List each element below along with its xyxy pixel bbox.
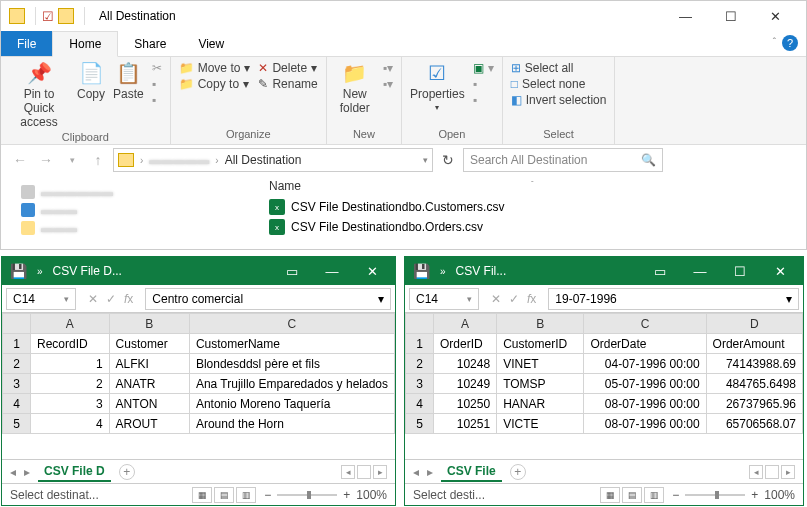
formula-input[interactable]: Centro comercial▾ [145,288,391,310]
zoom-out-button[interactable]: − [672,488,679,502]
group-label: Clipboard [9,131,162,143]
zoom-in-button[interactable]: + [343,488,350,502]
file-row[interactable]: xCSV File Destinationdbo.Orders.csv [269,217,798,237]
page-layout-button[interactable]: ▤ [622,487,642,503]
rename-button[interactable]: ✎Rename [258,77,317,91]
add-sheet-button[interactable]: + [510,464,526,480]
scroll-right-icon[interactable]: ▸ [373,465,387,479]
history-icon[interactable]: ▪ [473,93,494,107]
scroll-right-icon[interactable]: ▸ [781,465,795,479]
back-button[interactable]: ← [9,149,31,171]
zoom-out-button[interactable]: − [264,488,271,502]
spreadsheet-grid[interactable]: ABC 1RecordIDCustomerCustomerName 21ALFK… [2,313,395,459]
easy-access-icon[interactable]: ▪▾ [383,77,393,91]
edit-icon[interactable]: ▪ [473,77,494,91]
sort-icon[interactable]: ˆ [531,179,534,193]
refresh-button[interactable]: ↻ [437,149,459,171]
page-layout-button[interactable]: ▤ [214,487,234,503]
ribbon-options-icon[interactable]: ▭ [645,264,675,279]
save-icon[interactable]: 💾 [10,263,27,279]
scroll-left-icon[interactable]: ◂ [341,465,355,479]
prev-sheet-icon[interactable]: ◂ [413,465,419,479]
fx-icon[interactable]: fx [124,292,133,306]
new-folder-button[interactable]: 📁New folder [335,61,375,115]
copy-button[interactable]: 📄Copy [77,61,105,129]
maximize-button[interactable]: ☐ [725,264,755,279]
new-item-icon[interactable]: ▪▾ [383,61,393,75]
up-button[interactable]: ↑ [87,149,109,171]
quick-access-icon[interactable]: » [440,266,446,277]
enter-icon[interactable]: ✓ [106,292,116,306]
file-row[interactable]: xCSV File Destinationdbo.Customers.csv [269,197,798,217]
close-button[interactable]: ✕ [357,264,387,279]
open-icon[interactable]: ▣▾ [473,61,494,75]
pin-button[interactable]: 📌Pin to Quick access [9,61,69,129]
tab-view[interactable]: View [182,31,240,56]
cancel-icon[interactable]: ✕ [491,292,501,306]
enter-icon[interactable]: ✓ [509,292,519,306]
folder-icon [58,8,74,24]
name-box[interactable]: C14▾ [409,288,479,310]
normal-view-button[interactable]: ▦ [192,487,212,503]
next-sheet-icon[interactable]: ▸ [24,465,30,479]
status-text: Select destinat... [10,488,99,502]
close-button[interactable]: ✕ [753,2,798,30]
zoom-level[interactable]: 100% [764,488,795,502]
delete-button[interactable]: ✕Delete ▾ [258,61,317,75]
cancel-icon[interactable]: ✕ [88,292,98,306]
select-all-button[interactable]: ⊞Select all [511,61,607,75]
copy-to-button[interactable]: 📁Copy to ▾ [179,77,251,91]
collapse-ribbon-icon[interactable]: ˆ [773,37,776,48]
zoom-slider[interactable] [685,494,745,496]
page-break-button[interactable]: ▥ [644,487,664,503]
sheet-tab[interactable]: CSV File [441,462,502,482]
search-input[interactable]: Search All Destination 🔍 [463,148,663,172]
folder-icon: 📁 [342,61,367,85]
column-name[interactable]: Name [269,179,301,193]
paste-shortcut-icon[interactable]: ▪ [152,93,162,107]
minimize-button[interactable]: — [317,264,347,279]
select-none-button[interactable]: □Select none [511,77,607,91]
maximize-button[interactable]: ☐ [708,2,753,30]
close-button[interactable]: ✕ [765,264,795,279]
forward-button[interactable]: → [35,149,57,171]
address-input[interactable]: › ▬▬▬▬▬ › All Destination ▾ [113,148,433,172]
nav-item[interactable]: ▬▬▬ [21,201,241,219]
zoom-level[interactable]: 100% [356,488,387,502]
move-to-button[interactable]: 📁Move to ▾ [179,61,251,75]
tab-home[interactable]: Home [52,31,118,57]
invert-selection-button[interactable]: ◧Invert selection [511,93,607,107]
help-button[interactable]: ? [782,35,798,51]
sheet-tab[interactable]: CSV File D [38,462,111,482]
next-sheet-icon[interactable]: ▸ [427,465,433,479]
quick-access-icon[interactable]: » [37,266,43,277]
page-break-button[interactable]: ▥ [236,487,256,503]
ribbon-options-icon[interactable]: ▭ [277,264,307,279]
minimize-button[interactable]: — [685,264,715,279]
zoom-slider[interactable] [277,494,337,496]
add-sheet-button[interactable]: + [119,464,135,480]
fx-icon[interactable]: fx [527,292,536,306]
scroll-left-icon[interactable]: ◂ [749,465,763,479]
folder-icon [118,153,134,167]
tab-share[interactable]: Share [118,31,182,56]
copy-path-icon[interactable]: ▪ [152,77,162,91]
formula-input[interactable]: 19-07-1996▾ [548,288,799,310]
spreadsheet-grid[interactable]: ABCD 1OrderIDCustomerIDOrderDateOrderAmo… [405,313,803,459]
cut-icon[interactable]: ✂ [152,61,162,75]
history-dropdown[interactable]: ▾ [61,149,83,171]
zoom-in-button[interactable]: + [751,488,758,502]
nav-item[interactable]: ▬▬▬ [21,219,241,237]
sheet-tabs: ◂▸ CSV File + ◂▸ [405,459,803,483]
nav-item[interactable]: ▬▬▬▬▬▬ [21,183,241,201]
name-box[interactable]: C14▾ [6,288,76,310]
prev-sheet-icon[interactable]: ◂ [10,465,16,479]
normal-view-button[interactable]: ▦ [600,487,620,503]
tab-file[interactable]: File [1,31,52,56]
minimize-button[interactable]: — [663,2,708,30]
file-explorer-window: ☑ All Destination — ☐ ✕ File Home Share … [0,0,807,250]
breadcrumb[interactable]: All Destination [225,153,302,167]
properties-button[interactable]: ☑Properties▾ [410,61,465,112]
save-icon[interactable]: 💾 [413,263,430,279]
paste-button[interactable]: 📋Paste [113,61,144,129]
